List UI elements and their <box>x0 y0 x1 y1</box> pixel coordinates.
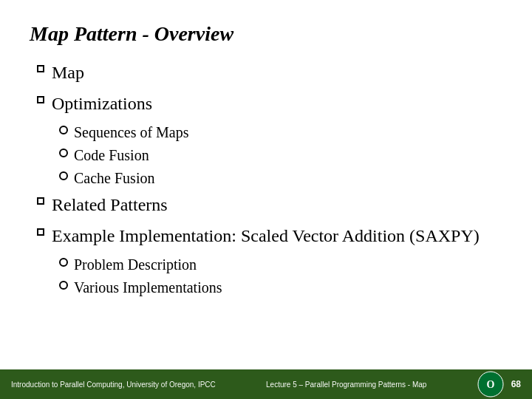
sub-bullet-sequences: Sequences of Maps <box>59 122 502 143</box>
bullet-related: Related Patterns <box>37 193 502 218</box>
sub-bullet-circle-cache-fusion <box>59 171 68 180</box>
sub-bullet-code-fusion-label: Code Fusion <box>74 145 149 166</box>
bullet-square-map <box>37 65 44 72</box>
footer: Introduction to Parallel Computing, Univ… <box>0 369 532 399</box>
page-number: 68 <box>511 379 521 389</box>
sub-bullet-circle-sequences <box>59 126 68 134</box>
bullet-square-example <box>37 228 44 236</box>
sub-bullet-problem: Problem Description <box>59 254 502 275</box>
footer-right-text: Lecture 5 – Parallel Programming Pattern… <box>216 381 477 389</box>
sub-bullet-circle-various <box>59 281 68 290</box>
sub-bullets-optimizations: Sequences of Maps Code Fusion Cache Fusi… <box>37 122 502 188</box>
sub-bullet-various: Various Implementations <box>59 277 502 298</box>
sub-bullet-cache-fusion: Cache Fusion <box>59 168 502 188</box>
bullet-optimizations-label: Optimizations <box>52 92 152 117</box>
university-logo: O <box>477 371 504 398</box>
sub-bullet-problem-label: Problem Description <box>74 254 197 275</box>
sub-bullets-example: Problem Description Various Implementati… <box>37 254 502 298</box>
sub-bullet-code-fusion: Code Fusion <box>59 145 502 166</box>
sub-bullet-circle-code-fusion <box>59 149 68 157</box>
bullet-optimizations: Optimizations <box>37 92 502 117</box>
slide-container: Map Pattern - Overview Map Optimizations… <box>0 0 532 399</box>
bullet-example-label: Example Implementation: Scaled Vector Ad… <box>52 224 480 249</box>
sub-bullet-sequences-label: Sequences of Maps <box>74 122 189 143</box>
svg-text:O: O <box>486 379 494 390</box>
bullet-related-label: Related Patterns <box>52 193 168 218</box>
bullet-example: Example Implementation: Scaled Vector Ad… <box>37 224 502 249</box>
slide-title: Map Pattern - Overview <box>30 22 502 46</box>
bullet-map: Map <box>37 61 502 86</box>
sub-bullet-circle-problem <box>59 258 68 267</box>
sub-bullet-cache-fusion-label: Cache Fusion <box>74 168 154 188</box>
footer-left-text: Introduction to Parallel Computing, Univ… <box>11 381 216 389</box>
bullet-map-label: Map <box>52 61 84 86</box>
bullet-square-related <box>37 197 44 205</box>
sub-bullet-various-label: Various Implementations <box>74 277 222 298</box>
bullet-square-optimizations <box>37 96 44 103</box>
content-area: Map Optimizations Sequences of Maps Code… <box>30 61 502 298</box>
